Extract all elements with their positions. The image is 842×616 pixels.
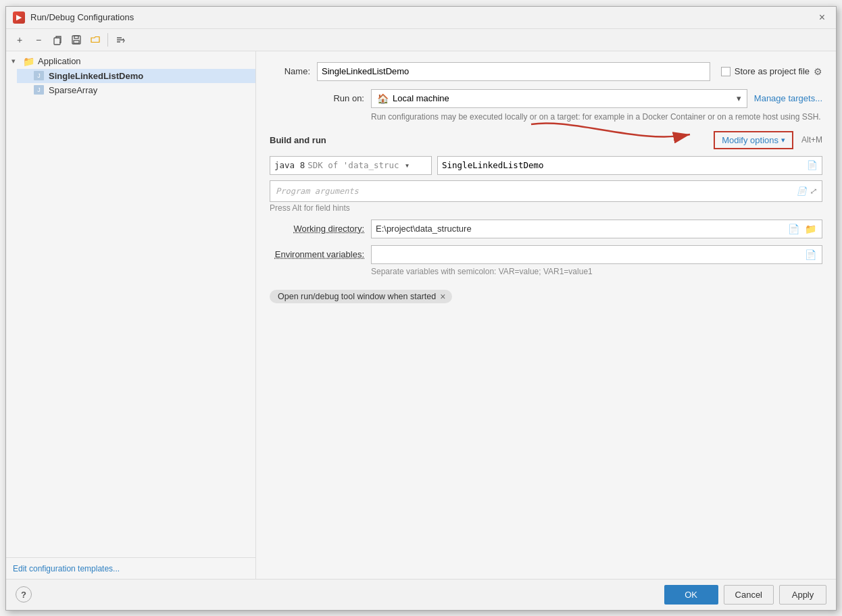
working-dir-copy-icon[interactable]: 📄 <box>787 224 801 234</box>
tree-item-application[interactable]: ▾ 📁 Application <box>6 54 255 69</box>
toolbar: + − <box>6 29 836 51</box>
sdk-select[interactable]: java 8 SDK of 'data_struc ▾ <box>270 156 432 175</box>
right-panel: Name: Store as project file ⚙ Run on: 🏠 <box>256 51 836 579</box>
name-input-wrap <box>317 62 710 81</box>
add-button[interactable]: + <box>11 32 28 48</box>
working-dir-input-wrap: E:\project\data_structure 📄 📁 <box>371 220 822 238</box>
env-vars-input[interactable] <box>376 249 803 259</box>
local-machine-text: Local machine <box>393 93 449 103</box>
run-debug-chip: Open run/debug tool window when started … <box>270 290 452 303</box>
svg-rect-0 <box>54 38 60 45</box>
main-content: ▾ 📁 Application J SingleLinkedListDemo J… <box>6 51 836 579</box>
env-separator-hint: Separate variables with semicolon: VAR=v… <box>371 267 822 276</box>
run-on-label: Run on: <box>270 93 364 103</box>
build-run-title: Build and run <box>270 135 326 145</box>
java-file-icon2: J <box>34 85 44 95</box>
bottom-right: OK Cancel Apply <box>664 585 826 605</box>
env-vars-input-wrap: 📄 <box>371 245 822 264</box>
working-dir-row: Working directory: E:\project\data_struc… <box>270 220 822 238</box>
sdk-muted-text: SDK of 'data_struc <box>307 160 399 170</box>
build-run-header: Build and run Modify options ▾ <box>270 131 822 149</box>
run-on-row: Run on: 🏠 Local machine ▾ Manage targets… <box>270 89 822 108</box>
bottom-left: ? <box>16 586 32 602</box>
program-args-row: Program arguments 📄 ⤢ <box>270 180 822 202</box>
toolbar-separator <box>107 33 108 47</box>
help-button[interactable]: ? <box>16 586 32 602</box>
chip-close-button[interactable]: × <box>440 292 445 301</box>
app-icon: ▶ <box>13 11 25 24</box>
run-on-select-inner: 🏠 Local machine <box>377 93 449 104</box>
run-on-hint: Run configurations may be executed local… <box>371 111 822 123</box>
expand-icon: ▾ <box>11 57 20 66</box>
svg-rect-3 <box>74 41 79 43</box>
cancel-button[interactable]: Cancel <box>724 585 774 605</box>
sort-icon <box>115 34 126 45</box>
svg-rect-2 <box>74 36 78 38</box>
field-hints-text: Press Alt for field hints <box>270 203 822 213</box>
edit-templates-link[interactable]: Edit configuration templates... <box>13 564 120 573</box>
manage-targets-link[interactable]: Manage targets... <box>754 93 822 103</box>
env-vars-copy-icon[interactable]: 📄 <box>803 249 818 260</box>
program-args-copy-icon[interactable]: 📄 <box>797 186 807 196</box>
left-bottom: Edit configuration templates... <box>6 557 255 579</box>
modify-options-label: Modify options <box>722 135 778 145</box>
sort-button[interactable] <box>112 32 128 48</box>
name-row: Name: Store as project file ⚙ <box>270 62 822 81</box>
save-button[interactable] <box>68 32 84 48</box>
close-button[interactable]: × <box>815 11 829 24</box>
chip-label: Open run/debug tool window when started <box>278 292 436 301</box>
run-on-select[interactable]: 🏠 Local machine ▾ <box>371 89 747 108</box>
name-left: Name: <box>270 62 710 81</box>
tree-item-single-linked[interactable]: J SingleLinkedListDemo <box>17 69 255 83</box>
tree-item-sparse-array[interactable]: J SparseArray <box>17 83 255 97</box>
sparse-array-label: SparseArray <box>49 85 97 95</box>
config-tree: ▾ 📁 Application J SingleLinkedListDemo J… <box>6 51 255 557</box>
store-project-checkbox[interactable] <box>721 67 730 76</box>
store-project-section: Store as project file ⚙ <box>721 66 822 77</box>
program-args-placeholder: Program arguments <box>276 186 359 196</box>
copy-icon <box>52 34 63 45</box>
application-label: Application <box>38 56 81 66</box>
bottom-bar: ? OK Cancel Apply <box>6 579 836 610</box>
local-machine-icon: 🏠 <box>377 93 389 104</box>
dropdown-arrow-icon: ▾ <box>737 93 741 103</box>
store-project-label: Store as project file <box>735 66 810 76</box>
left-panel: ▾ 📁 Application J SingleLinkedListDemo J… <box>6 51 256 579</box>
main-class-input[interactable]: SingleLinkedListDemo 📄 <box>437 156 822 175</box>
sdk-dropdown-arrow-icon: ▾ <box>405 160 410 170</box>
ok-button[interactable]: OK <box>664 585 718 605</box>
program-args-input[interactable]: Program arguments 📄 ⤢ <box>270 180 822 202</box>
sdk-version-text: java 8 <box>274 160 305 170</box>
java-file-icon: J <box>34 71 44 80</box>
modify-shortcut-hint: Alt+M <box>801 135 822 145</box>
name-input[interactable] <box>318 63 710 80</box>
modify-options-area: Modify options ▾ Alt+M <box>714 131 822 149</box>
save-icon <box>71 34 82 45</box>
main-class-value: SingleLinkedListDemo <box>442 160 544 170</box>
tag-chips-area: Open run/debug tool window when started … <box>270 284 822 303</box>
folder-open-icon: 📁 <box>23 56 34 67</box>
browse-icon[interactable]: 📄 <box>807 160 818 170</box>
copy-button[interactable] <box>49 32 66 48</box>
program-args-icons: 📄 ⤢ <box>797 186 816 196</box>
working-dir-browse-icon[interactable]: 📁 <box>803 224 818 234</box>
single-linked-label: SingleLinkedListDemo <box>49 71 143 81</box>
modify-options-button[interactable]: Modify options ▾ <box>714 131 793 149</box>
modify-options-chevron-icon: ▾ <box>781 136 785 145</box>
title-bar: ▶ Run/Debug Configurations × <box>6 7 836 29</box>
build-run-inputs: java 8 SDK of 'data_struc ▾ SingleLinked… <box>270 156 822 175</box>
name-label: Name: <box>270 66 310 76</box>
dialog-title: Run/Debug Configurations <box>30 12 810 22</box>
program-args-expand-icon[interactable]: ⤢ <box>810 186 816 196</box>
working-dir-label: Working directory: <box>270 224 364 234</box>
env-vars-label: Environment variables: <box>270 249 364 259</box>
settings-gear-icon[interactable]: ⚙ <box>814 66 822 77</box>
env-vars-row: Environment variables: 📄 <box>270 245 822 264</box>
working-dir-value: E:\project\data_structure <box>376 224 784 234</box>
run-debug-dialog: ▶ Run/Debug Configurations × + − <box>5 6 837 611</box>
move-button[interactable] <box>87 32 103 48</box>
remove-button[interactable]: − <box>30 32 47 48</box>
folder-icon <box>90 34 101 45</box>
apply-button[interactable]: Apply <box>779 585 826 605</box>
